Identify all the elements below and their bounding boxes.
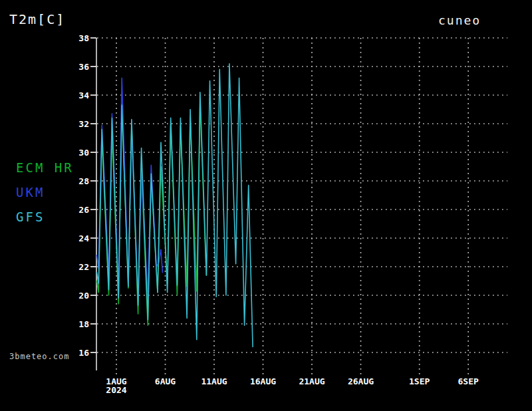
x-tick-label: 6AUG — [155, 376, 176, 386]
y-tick-label: 38 — [78, 33, 89, 43]
y-tick-label: 20 — [78, 291, 89, 301]
y-tick-label: 32 — [78, 119, 89, 129]
x-tick-label: 16AUG — [250, 376, 276, 386]
temperature-chart: 3836343230282624222018161AUG20246AUG11AU… — [0, 0, 532, 411]
y-tick-label: 24 — [78, 233, 89, 243]
y-tick-label: 26 — [78, 205, 89, 215]
axis-labels: 3836343230282624222018161AUG20246AUG11AU… — [78, 33, 479, 396]
x-tick-label: 21AUG — [299, 376, 325, 386]
y-tick-label: 16 — [78, 348, 89, 358]
series-ukm — [97, 78, 163, 298]
y-tick-label: 30 — [78, 148, 89, 158]
legend-item-ukm: UKM — [16, 185, 74, 200]
y-tick-label: 34 — [78, 90, 89, 100]
watermark-3bmeteo: 3bmeteo.com — [9, 352, 69, 361]
legend: ECM HR UKM GFS — [16, 160, 74, 234]
legend-item-gfs: GFS — [16, 209, 74, 224]
x-tick-label: 1SEP — [409, 376, 430, 386]
x-tick-label: 11AUG — [201, 376, 227, 386]
x-tick-label: 26AUG — [348, 376, 374, 386]
gridlines — [97, 38, 507, 376]
y-tick-label: 36 — [78, 62, 89, 72]
y-tick-label: 22 — [78, 262, 89, 272]
series-lines — [97, 64, 253, 347]
series-gfs — [97, 64, 253, 347]
x-tick-label: 6SEP — [458, 376, 479, 386]
axes — [90, 38, 96, 370]
meteogram-screen: T2m[C] cuneo 3836343230282624222018161AU… — [0, 0, 532, 411]
legend-item-ecm-hr: ECM HR — [16, 160, 74, 175]
x-tick-sublabel: 2024 — [106, 385, 126, 395]
y-tick-label: 28 — [78, 176, 89, 186]
y-tick-label: 18 — [78, 319, 89, 329]
